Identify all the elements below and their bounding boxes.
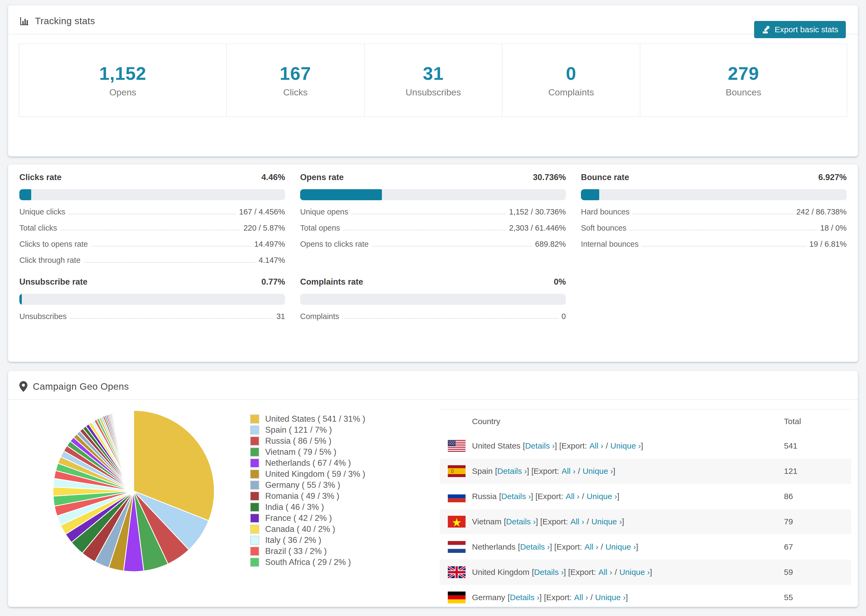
table-row: Russia[Details ›] [Export:All ›/Unique ›… bbox=[440, 484, 851, 509]
bar-chart-icon bbox=[19, 16, 30, 26]
geo-opens-pie-chart bbox=[52, 409, 216, 573]
flag-vn-icon bbox=[448, 516, 466, 528]
metric-row: Total clicks220 / 5.87% bbox=[19, 224, 285, 233]
country-total: 79 bbox=[784, 517, 851, 526]
stat-clicks-value: 167 bbox=[280, 63, 311, 84]
legend-item: Vietnam ( 79 / 5% ) bbox=[250, 446, 441, 457]
stat-complaints: 0 Complaints bbox=[502, 44, 640, 116]
export-all-link[interactable]: All › bbox=[574, 593, 588, 602]
details-link[interactable]: Details › bbox=[501, 492, 531, 501]
stats-summary-box: 1,152 Opens 167 Clicks 31 Unsubscribes 0… bbox=[19, 44, 847, 117]
opens-rate-value: 30.736% bbox=[533, 173, 566, 182]
details-link[interactable]: Details › bbox=[534, 567, 564, 577]
export-unique-link[interactable]: Unique › bbox=[619, 567, 650, 577]
stat-bounces-value: 279 bbox=[728, 63, 759, 84]
complaints-rate-value: 0% bbox=[554, 277, 566, 287]
legend-item: South Africa ( 29 / 2% ) bbox=[250, 556, 441, 567]
stat-complaints-value: 0 bbox=[566, 63, 576, 84]
geo-country-table: Country Total United States[Details ›] [… bbox=[440, 409, 851, 607]
stat-opens: 1,152 Opens bbox=[19, 44, 226, 116]
table-row: United States[Details ›] [Export:All ›/U… bbox=[440, 433, 851, 459]
legend-swatch bbox=[250, 415, 259, 424]
country-name: Netherlands bbox=[472, 542, 516, 551]
export-unique-link[interactable]: Unique › bbox=[605, 542, 636, 551]
legend-item: Canada ( 40 / 2% ) bbox=[250, 523, 441, 534]
bounce-rate-bar bbox=[581, 189, 847, 200]
flag-nl-icon bbox=[448, 541, 466, 553]
export-all-link[interactable]: All › bbox=[562, 467, 576, 475]
export-unique-link[interactable]: Unique › bbox=[583, 467, 613, 475]
clicks-rate-bar bbox=[19, 189, 285, 200]
tracking-stats-page: Tracking stats Export basic stats 1,152 … bbox=[0, 0, 866, 616]
metric-row: Internal bounces19 / 6.81% bbox=[581, 240, 847, 248]
details-link[interactable]: Details › bbox=[510, 593, 540, 602]
stat-bounces: 279 Bounces bbox=[640, 44, 847, 116]
details-link[interactable]: Details › bbox=[525, 441, 554, 450]
legend-swatch bbox=[250, 536, 259, 545]
tracking-stats-header: Tracking stats Export basic stats bbox=[8, 5, 858, 35]
tracking-stats-title-text: Tracking stats bbox=[35, 16, 95, 26]
legend-swatch bbox=[250, 525, 259, 534]
legend-item: India ( 46 / 3% ) bbox=[250, 501, 441, 512]
country-total: 121 bbox=[784, 467, 851, 476]
stat-unsubscribes-value: 31 bbox=[423, 63, 444, 84]
bounce-rate-value: 6.927% bbox=[819, 173, 847, 182]
table-row: Vietnam[Details ›] [Export:All ›/Unique … bbox=[440, 509, 851, 534]
export-unique-link[interactable]: Unique › bbox=[595, 593, 625, 602]
export-basic-stats-button[interactable]: Export basic stats bbox=[754, 21, 846, 38]
tracking-stats-card: Tracking stats Export basic stats 1,152 … bbox=[8, 5, 858, 156]
export-all-link[interactable]: All › bbox=[565, 492, 579, 501]
details-link[interactable]: Details › bbox=[520, 542, 550, 551]
metric-row: Soft bounces18 / 0% bbox=[581, 224, 847, 233]
country-total: 541 bbox=[784, 441, 851, 451]
clicks-rate-value: 4.46% bbox=[261, 173, 285, 182]
table-row: Germany[Details ›] [Export:All ›/Unique … bbox=[440, 585, 851, 607]
country-name: Russia bbox=[472, 492, 497, 501]
stat-bounces-label: Bounces bbox=[726, 87, 761, 97]
country-name: Vietnam bbox=[472, 517, 502, 526]
unsubscribe-rate-title: Unsubscribe rate bbox=[19, 277, 87, 287]
table-row: Spain[Details ›] [Export:All ›/Unique ›]… bbox=[440, 459, 851, 484]
country-name: United Kingdom bbox=[472, 567, 529, 577]
geo-content: United States ( 541 / 31% ) Spain ( 121 … bbox=[8, 400, 858, 605]
details-link[interactable]: Details › bbox=[497, 467, 527, 475]
table-row: United Kingdom[Details ›] [Export:All ›/… bbox=[440, 559, 851, 585]
stat-clicks: 167 Clicks bbox=[226, 44, 364, 116]
legend-item: Netherlands ( 67 / 4% ) bbox=[250, 457, 441, 468]
metric-row: Click through rate4.147% bbox=[19, 256, 285, 265]
legend-swatch bbox=[250, 437, 259, 446]
geo-title: Campaign Geo Opens bbox=[19, 381, 129, 392]
legend-swatch bbox=[250, 503, 259, 512]
legend-item: Italy ( 36 / 2% ) bbox=[250, 534, 441, 545]
legend-item: United States ( 541 / 31% ) bbox=[250, 413, 441, 424]
export-all-link[interactable]: All › bbox=[584, 542, 598, 551]
export-all-link[interactable]: All › bbox=[570, 517, 584, 526]
details-link[interactable]: Details › bbox=[506, 517, 536, 526]
country-name: United States bbox=[472, 441, 520, 450]
export-all-link[interactable]: All › bbox=[598, 567, 612, 577]
metric-row: Opens to clicks rate689.82% bbox=[300, 240, 566, 248]
stat-opens-value: 1,152 bbox=[99, 63, 146, 84]
country-total: 59 bbox=[784, 567, 851, 577]
legend-item: Brazil ( 33 / 2% ) bbox=[250, 545, 441, 556]
export-unique-link[interactable]: Unique › bbox=[611, 441, 641, 450]
export-unique-link[interactable]: Unique › bbox=[591, 517, 622, 526]
column-total: Total bbox=[784, 417, 851, 426]
metric-row: Unsubscribes31 bbox=[19, 312, 285, 321]
clicks-rate-block: Clicks rate 4.46% Unique clicks167 / 4.4… bbox=[19, 173, 285, 265]
export-button-label: Export basic stats bbox=[775, 25, 838, 34]
country-name: Spain bbox=[472, 467, 493, 475]
tracking-stats-title: Tracking stats bbox=[19, 16, 95, 26]
legend-swatch bbox=[250, 547, 259, 556]
legend-item: United Kingdom ( 59 / 3% ) bbox=[250, 468, 441, 479]
metric-row: Hard bounces242 / 86.738% bbox=[581, 207, 847, 216]
opens-rate-bar bbox=[300, 189, 566, 200]
legend-swatch bbox=[250, 470, 259, 479]
campaign-geo-opens-card: Campaign Geo Opens United States ( 541 /… bbox=[8, 371, 858, 607]
export-unique-link[interactable]: Unique › bbox=[587, 492, 617, 501]
legend-item: Germany ( 55 / 3% ) bbox=[250, 479, 441, 490]
metric-row: Clicks to opens rate14.497% bbox=[19, 240, 285, 248]
unsubscribe-rate-value: 0.77% bbox=[261, 277, 285, 287]
legend-swatch bbox=[250, 558, 259, 567]
export-all-link[interactable]: All › bbox=[589, 441, 603, 450]
